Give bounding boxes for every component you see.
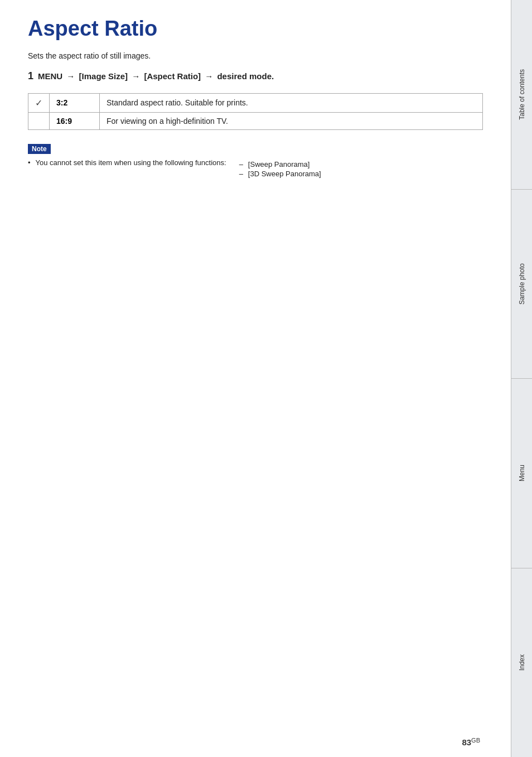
sidebar-tab-sample-photo[interactable]: Sample photo [511,190,532,379]
sidebar-tab-label: Table of contents [518,69,526,120]
page-number: 83GB [462,737,480,747]
checkmark-icon: ✓ [35,98,42,108]
step-number: 1 [28,70,33,82]
instruction-line: 1 MENU → [Image Size] → [Aspect Ratio] →… [28,70,483,82]
option-description: Standard aspect ratio. Suitable for prin… [100,93,483,112]
sidebar-tab-index[interactable]: Index [511,568,532,758]
option-description: For viewing on a high-definition TV. [100,112,483,129]
option-label: 16:9 [50,112,100,129]
options-table: ✓3:2Standard aspect ratio. Suitable for … [28,93,483,130]
page-container: Aspect Ratio Sets the aspect ratio of st… [0,0,532,757]
note-sub-list: [Sweep Panorama][3D Sweep Panorama] [229,160,321,179]
note-list: You cannot set this item when using the … [28,158,483,179]
note-sub-item: [Sweep Panorama] [239,160,321,168]
checkmark-cell [28,112,50,129]
sidebar-tab-label: Sample photo [518,263,526,305]
note-sub-item: [3D Sweep Panorama] [239,170,321,178]
table-row: ✓3:2Standard aspect ratio. Suitable for … [28,93,483,112]
table-row: 16:9For viewing on a high-definition TV. [28,112,483,129]
checkmark-cell: ✓ [28,93,50,112]
sidebar-tab-table-of-contents[interactable]: Table of contents [511,0,532,190]
subtitle: Sets the aspect ratio of still images. [28,51,483,60]
sidebar: Table of contentsSample photoMenuIndex [511,0,532,757]
sidebar-tab-label: Index [518,654,526,671]
main-content: Aspect Ratio Sets the aspect ratio of st… [0,0,511,757]
option-label: 3:2 [50,93,100,112]
note-badge: Note [28,144,51,154]
note-section: Note You cannot set this item when using… [28,143,483,179]
sidebar-tab-label: Menu [518,465,526,481]
sidebar-tab-menu[interactable]: Menu [511,379,532,568]
instruction-text: MENU → [Image Size] → [Aspect Ratio] → d… [38,71,274,81]
page-title: Aspect Ratio [28,17,483,41]
note-item: You cannot set this item when using the … [28,158,483,179]
